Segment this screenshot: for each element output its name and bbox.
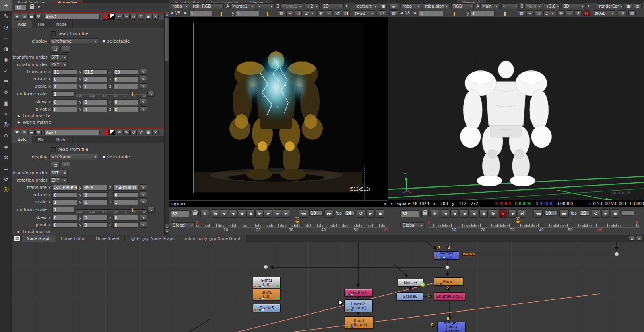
node-grade5[interactable]: Grade5 [253, 304, 281, 312]
rotate-x-field[interactable]: 0 [52, 192, 77, 198]
image-icon[interactable]: ➔ [0, 0, 12, 11]
viewer-info-bar[interactable]: square ▼ [169, 200, 388, 207]
undo-icon[interactable]: ↶ [116, 130, 122, 135]
sliders-icon[interactable]: ≣ [629, 236, 635, 241]
skew-z-field[interactable]: 0 [113, 99, 138, 105]
node-grade6[interactable]: Grade6 [396, 292, 423, 301]
partial-node[interactable] [402, 242, 448, 242]
caret-down-icon[interactable]: ▼ [391, 202, 393, 205]
wrench-icon[interactable]: Ψ [35, 14, 42, 20]
wipe-dropdown[interactable]: +3.6▼ [544, 3, 560, 9]
merge-icon[interactable]: ▤ [0, 76, 12, 87]
downrez-dropdown[interactable]: 2▼ [303, 10, 315, 16]
tab-viewer2[interactable]: Viewer 2 [457, 0, 486, 3]
timeline-ruler[interactable] [428, 221, 639, 227]
step-forward-button[interactable]: |▶ [255, 209, 264, 218]
read-from-file-checkbox[interactable] [51, 147, 56, 152]
curve-icon[interactable]: ∿ [140, 192, 147, 198]
aperture-left-icon[interactable]: ◀ [400, 11, 403, 15]
tab-viewer1[interactable]: Viewer 1 [244, 0, 274, 3]
step-back-button[interactable]: ◀| [237, 209, 246, 218]
rotate-z-field[interactable]: 0 [113, 76, 138, 82]
input-a-dropdown[interactable]: Merge1▼ [230, 3, 255, 9]
gain-field[interactable]: 1 [189, 11, 213, 16]
proxy-icon[interactable]: ❏ [295, 10, 302, 16]
undo-icon[interactable]: ↶ [116, 14, 122, 20]
revert-icon[interactable]: ↺ [130, 130, 137, 135]
node-name-field[interactable]: Axis1 [44, 130, 100, 135]
translate-y-field[interactable]: 85.5 [83, 185, 108, 191]
read-from-file-checkbox[interactable] [51, 31, 56, 36]
curve-icon[interactable]: ∿ [140, 184, 147, 191]
gear-icon[interactable]: ❋ [557, 10, 565, 16]
scale-z-field[interactable]: 1 [113, 84, 138, 89]
draw-icon[interactable]: ✎ [0, 11, 12, 22]
local-matrix-toggle[interactable]: ▶ Local matrix [18, 113, 50, 119]
collapse-icon[interactable]: ▼ [14, 130, 20, 135]
gear-icon[interactable]: ❋ [317, 10, 324, 16]
curve-icon[interactable]: ∿ [140, 199, 147, 205]
prev-keyframe-button[interactable]: ◀· [220, 209, 228, 218]
node-glow1[interactable]: Glow1 [434, 277, 464, 286]
expand-icon[interactable]: ⊞ [625, 3, 632, 9]
refresh-icon[interactable]: ↺ [574, 10, 582, 16]
camera-dropdown[interactable]: default▼ [355, 3, 378, 9]
uniform-scale-field[interactable]: 1 [52, 207, 75, 213]
current-frame-field[interactable]: 32 [400, 210, 419, 217]
node-name-field[interactable]: Axis2 [44, 14, 100, 20]
curve-icon[interactable]: ∿ [140, 76, 147, 82]
world-matrix-toggle[interactable]: ▶ World matrix [18, 120, 51, 125]
current-frame-field[interactable]: 32 [171, 210, 189, 217]
stop-mode-icon[interactable]: ■ [376, 209, 384, 218]
tab-script-editor[interactable]: Script Editor [169, 0, 206, 3]
pivot-z-field[interactable]: 0 [113, 222, 138, 228]
redo-icon[interactable]: ↷ [123, 14, 130, 20]
stripes-icon[interactable]: ▨ [636, 236, 642, 241]
focus-node-icon[interactable]: ◎ [21, 14, 27, 20]
grip-icon[interactable]: ▤ [14, 236, 20, 241]
rotate-y-field[interactable]: 0 [83, 192, 108, 198]
other-icon[interactable]: ▭ [0, 163, 12, 174]
3d-icon[interactable]: ▣ [0, 98, 12, 109]
next-keyframe-button[interactable]: ·▶ [508, 209, 517, 218]
skew-z-field[interactable]: 0 [113, 215, 138, 221]
play-button[interactable]: ▶ [264, 209, 272, 218]
guides-icon[interactable]: ┅ [286, 10, 293, 16]
stripes-icon[interactable]: ▨ [628, 10, 636, 16]
curve-icon[interactable]: ∿ [140, 83, 147, 89]
collapse-icon[interactable]: ▼ [14, 14, 20, 20]
refresh-icon[interactable]: ↺ [334, 10, 341, 16]
node-shufflecopy1[interactable]: ShuffleCopy1 [434, 292, 465, 301]
channels-dropdown[interactable]: rgba▼ [400, 3, 421, 9]
scale-x-field[interactable]: 1 [52, 199, 77, 205]
skew-x-field[interactable]: 0 [52, 99, 77, 105]
skip-back-button[interactable]: ◀◀ [299, 209, 308, 218]
focus-node-icon[interactable]: ◎ [21, 130, 27, 135]
transform-order-dropdown[interactable]: SRT▼ [49, 170, 68, 176]
curve-icon[interactable]: ∿ [140, 99, 147, 105]
tab-pixel-analyzer[interactable]: Pixel Analyzer [12, 0, 52, 3]
expand-icon[interactable]: ⊞ [380, 3, 387, 9]
view-mode-dropdown[interactable]: 2D▼ [321, 3, 344, 9]
scale-x-field[interactable]: 1 [52, 84, 77, 89]
tab-curve-editor[interactable]: Curve Editor [56, 235, 91, 242]
aperture-left-icon[interactable]: ◀ [171, 11, 173, 15]
fps-field[interactable]: 23. [580, 210, 589, 216]
divider[interactable] [388, 0, 388, 235]
curve-icon[interactable]: ∿ [147, 207, 155, 213]
skew-y-field[interactable]: 0 [83, 99, 108, 105]
node-color-swatch[interactable] [103, 14, 109, 20]
help-icon[interactable]: ? [138, 14, 144, 20]
file-browse-icon[interactable]: ▤ [51, 46, 60, 53]
scale-z-field[interactable]: 1 [113, 199, 138, 205]
display-style-dropdown[interactable]: RGB▼ [451, 3, 474, 9]
tab-properties[interactable]: Properties [52, 0, 84, 3]
skew-y-field[interactable]: 0 [83, 215, 108, 221]
channel-icon[interactable]: ≡ [0, 33, 12, 43]
step-back-button[interactable]: ◀| [470, 209, 478, 218]
pause-icon[interactable]: ❚❚ [583, 10, 590, 16]
rotation-order-dropdown[interactable]: ZXY▼ [49, 61, 68, 68]
goto-end-button[interactable]: ▶| [282, 209, 290, 218]
colorspace-dropdown[interactable]: sRGB▼ [593, 10, 615, 16]
spare-field[interactable] [622, 210, 634, 216]
